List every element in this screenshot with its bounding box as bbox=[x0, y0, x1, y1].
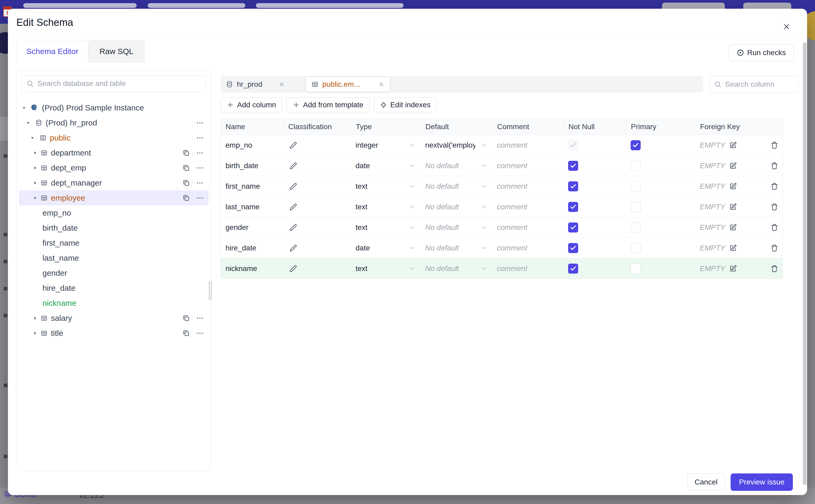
copy-icon[interactable] bbox=[182, 148, 191, 157]
comment-input[interactable]: comment bbox=[492, 156, 563, 176]
add-column-button[interactable]: Add column bbox=[220, 98, 282, 112]
column-name[interactable]: hire_date bbox=[225, 244, 256, 252]
delete-column-icon[interactable] bbox=[769, 202, 780, 212]
tree-item-dept_manager[interactable]: dept_manager bbox=[19, 175, 209, 190]
tree-item--prod-hr_prod[interactable]: (Prod) hr_prod bbox=[19, 115, 209, 130]
type-select[interactable]: text bbox=[351, 176, 421, 196]
tree-item-nickname[interactable]: nickname bbox=[19, 295, 209, 311]
default-select[interactable]: No default bbox=[421, 238, 492, 258]
tab-schema-editor[interactable]: Schema Editor bbox=[16, 40, 88, 62]
copy-icon[interactable] bbox=[182, 329, 191, 338]
caret-down-icon[interactable] bbox=[25, 120, 31, 126]
copy-icon[interactable] bbox=[182, 163, 191, 172]
delete-column-icon[interactable] bbox=[769, 243, 780, 253]
type-select[interactable]: integer bbox=[351, 135, 421, 155]
pencil-icon[interactable] bbox=[288, 140, 298, 151]
more-actions-icon[interactable] bbox=[195, 314, 204, 323]
copy-icon[interactable] bbox=[182, 178, 191, 187]
caret-right-icon[interactable] bbox=[32, 150, 38, 156]
edit-foreign-key-icon[interactable] bbox=[728, 222, 738, 233]
primary-checkbox[interactable] bbox=[631, 243, 641, 253]
run-checks-button[interactable]: Run checks bbox=[729, 44, 794, 61]
pencil-icon[interactable] bbox=[288, 222, 298, 233]
default-select[interactable]: No default bbox=[421, 258, 492, 279]
pencil-icon[interactable] bbox=[288, 202, 298, 212]
default-select[interactable]: nextval('employ bbox=[421, 135, 492, 155]
column-name-input[interactable]: gender bbox=[221, 217, 283, 238]
caret-right-icon[interactable] bbox=[32, 180, 38, 186]
tree-item-first_name[interactable]: first_name bbox=[19, 235, 209, 250]
column-name[interactable]: gender bbox=[225, 223, 248, 232]
column-name[interactable]: nickname bbox=[225, 264, 257, 273]
primary-checkbox[interactable] bbox=[631, 181, 641, 191]
delete-column-icon[interactable] bbox=[769, 161, 780, 171]
comment-input[interactable]: comment bbox=[492, 217, 563, 238]
comment-input[interactable]: comment bbox=[492, 197, 563, 217]
tree-item-salary[interactable]: salary bbox=[19, 311, 209, 326]
more-actions-icon[interactable] bbox=[195, 148, 204, 157]
edit-foreign-key-icon[interactable] bbox=[728, 161, 738, 171]
tab-chip-public-employee[interactable]: public.em... bbox=[306, 77, 390, 92]
scrollbar[interactable] bbox=[803, 42, 807, 485]
caret-right-icon[interactable] bbox=[32, 330, 38, 336]
column-name[interactable]: birth_date bbox=[225, 162, 258, 170]
default-select[interactable]: No default bbox=[421, 217, 492, 238]
column-search-input[interactable]: Search column bbox=[710, 76, 799, 93]
tree-item-public[interactable]: public bbox=[19, 130, 209, 145]
default-select[interactable]: No default bbox=[421, 156, 492, 176]
pencil-icon[interactable] bbox=[288, 243, 298, 253]
edit-foreign-key-icon[interactable] bbox=[728, 181, 738, 192]
tree-item--prod-prod-sample-instance[interactable]: (Prod) Prod Sample Instance bbox=[19, 100, 209, 115]
cancel-button[interactable]: Cancel bbox=[687, 473, 725, 491]
pencil-icon[interactable] bbox=[288, 161, 298, 171]
not-null-checkbox[interactable] bbox=[568, 202, 578, 212]
preview-issue-button[interactable]: Preview issue bbox=[731, 473, 793, 491]
pencil-icon[interactable] bbox=[288, 181, 298, 192]
tree-item-last_name[interactable]: last_name bbox=[19, 250, 209, 265]
tree-item-emp_no[interactable]: emp_no bbox=[19, 205, 209, 220]
column-name-input[interactable]: last_name bbox=[221, 197, 283, 217]
tab-chip-hr-prod[interactable]: hr_prod bbox=[220, 77, 290, 92]
not-null-checkbox[interactable] bbox=[568, 264, 578, 274]
delete-column-icon[interactable] bbox=[769, 222, 780, 233]
not-null-checkbox[interactable] bbox=[568, 243, 578, 253]
column-name-input[interactable]: first_name bbox=[221, 176, 283, 196]
type-select[interactable]: date bbox=[351, 156, 421, 176]
copy-icon[interactable] bbox=[182, 193, 191, 202]
tree-item-employee[interactable]: employee bbox=[19, 190, 209, 205]
delete-column-icon[interactable] bbox=[769, 263, 780, 274]
add-from-template-button[interactable]: Add from template bbox=[286, 98, 369, 112]
edit-foreign-key-icon[interactable] bbox=[728, 243, 738, 253]
type-select[interactable]: date bbox=[351, 238, 421, 258]
comment-input[interactable]: comment bbox=[492, 258, 563, 279]
tree-item-dept_emp[interactable]: dept_emp bbox=[19, 160, 209, 175]
primary-checkbox[interactable] bbox=[631, 222, 641, 232]
pencil-icon[interactable] bbox=[288, 263, 298, 274]
caret-down-icon[interactable] bbox=[32, 195, 38, 201]
tree-item-title[interactable]: title bbox=[19, 326, 209, 341]
primary-checkbox[interactable] bbox=[631, 202, 641, 212]
tree-item-birth_date[interactable]: birth_date bbox=[19, 220, 209, 235]
delete-column-icon[interactable] bbox=[769, 181, 780, 192]
more-actions-icon[interactable] bbox=[195, 118, 204, 127]
edit-indexes-button[interactable]: Edit indexes bbox=[374, 98, 437, 112]
caret-down-icon[interactable] bbox=[21, 105, 27, 111]
more-actions-icon[interactable] bbox=[195, 178, 204, 187]
column-name[interactable]: emp_no bbox=[225, 141, 252, 149]
tree-item-hire_date[interactable]: hire_date bbox=[19, 280, 209, 295]
primary-checkbox[interactable] bbox=[631, 161, 641, 171]
comment-input[interactable]: comment bbox=[492, 238, 563, 258]
column-name[interactable]: last_name bbox=[225, 203, 259, 211]
more-actions-icon[interactable] bbox=[195, 193, 204, 202]
comment-input[interactable]: comment bbox=[492, 176, 563, 196]
more-actions-icon[interactable] bbox=[195, 329, 204, 338]
default-select[interactable]: No default bbox=[421, 197, 492, 217]
tab-raw-sql[interactable]: Raw SQL bbox=[88, 40, 144, 62]
column-name-input[interactable]: emp_no bbox=[221, 135, 283, 155]
primary-checkbox[interactable] bbox=[631, 140, 641, 150]
delete-column-icon[interactable] bbox=[769, 140, 780, 151]
tree-item-department[interactable]: department bbox=[19, 145, 209, 160]
caret-down-icon[interactable] bbox=[29, 135, 36, 141]
column-name-input[interactable]: nickname bbox=[221, 258, 283, 279]
column-name[interactable]: first_name bbox=[225, 182, 260, 191]
